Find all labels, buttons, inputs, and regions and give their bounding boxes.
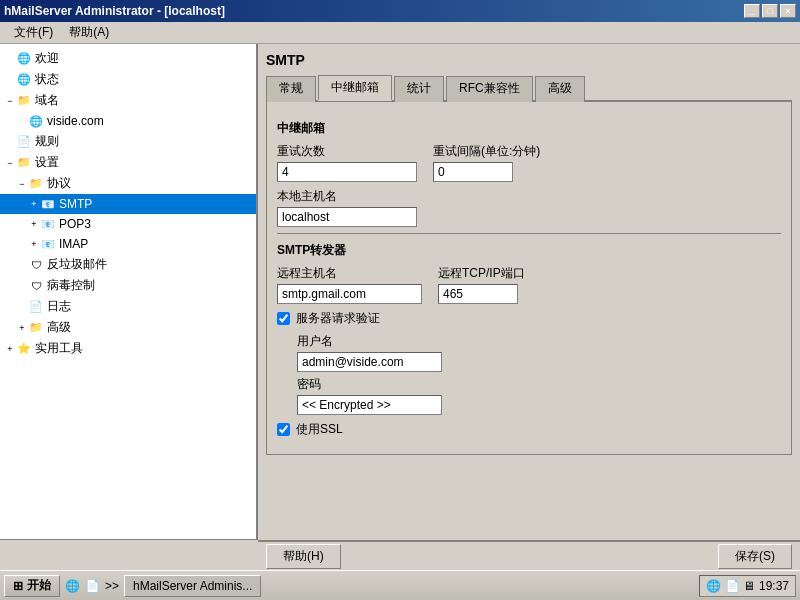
retry-interval-group: 重试间隔(单位:分钟) bbox=[433, 143, 540, 182]
sidebar-item-viside[interactable]: 🌐 viside.com bbox=[0, 111, 256, 131]
sidebar-label-rules: 规则 bbox=[35, 133, 59, 150]
sidebar-item-settings[interactable]: − 📁 设置 bbox=[0, 152, 256, 173]
smtp-icon: 📧 bbox=[40, 196, 56, 212]
auth-sub-form: 用户名 密码 bbox=[277, 333, 781, 415]
sidebar-label-antispam: 反垃圾邮件 bbox=[47, 256, 107, 273]
sidebar-label-domains: 域名 bbox=[35, 92, 59, 109]
rules-icon: 📄 bbox=[16, 134, 32, 150]
retry-count-label: 重试次数 bbox=[277, 143, 417, 160]
utilities-icon: ⭐ bbox=[16, 341, 32, 357]
password-input[interactable] bbox=[297, 395, 442, 415]
menu-file[interactable]: 文件(F) bbox=[6, 22, 61, 43]
sidebar-item-rules[interactable]: 📄 规则 bbox=[0, 131, 256, 152]
ssl-checkbox-row: 使用SSL bbox=[277, 421, 781, 438]
tab-content-relay: 中继邮箱 重试次数 重试间隔(单位:分钟) 本地主机名 SMTP转发器 bbox=[266, 102, 792, 455]
sidebar-item-domains[interactable]: − 📁 域名 bbox=[0, 90, 256, 111]
hostname-input[interactable] bbox=[277, 207, 417, 227]
sidebar-item-status[interactable]: 🌐 状态 bbox=[0, 69, 256, 90]
sidebar-item-pop3[interactable]: + 📧 POP3 bbox=[0, 214, 256, 234]
smtp-relay-section-title: SMTP转发器 bbox=[277, 242, 781, 259]
username-group: 用户名 bbox=[297, 333, 781, 372]
antivirus-icon: 🛡 bbox=[28, 278, 44, 294]
hostname-label: 本地主机名 bbox=[277, 188, 781, 205]
tab-relay[interactable]: 中继邮箱 bbox=[318, 75, 392, 101]
advanced-icon: 📁 bbox=[28, 320, 44, 336]
status-icon: 🌐 bbox=[16, 72, 32, 88]
password-group: 密码 bbox=[297, 376, 781, 415]
pop3-icon: 📧 bbox=[40, 216, 56, 232]
expand-advanced: + bbox=[16, 323, 28, 333]
sidebar-item-utilities[interactable]: + ⭐ 实用工具 bbox=[0, 338, 256, 359]
help-button[interactable]: 帮助(H) bbox=[266, 544, 341, 569]
expand-domains: − bbox=[4, 96, 16, 106]
minimize-button[interactable]: _ bbox=[744, 4, 760, 18]
expand-settings: − bbox=[4, 158, 16, 168]
titlebar: hMailServer Administrator - [localhost] … bbox=[0, 0, 800, 22]
sidebar-label-status: 状态 bbox=[35, 71, 59, 88]
expand-utilities: + bbox=[4, 344, 16, 354]
remote-hostname-input[interactable] bbox=[277, 284, 422, 304]
sidebar-label-advanced: 高级 bbox=[47, 319, 71, 336]
titlebar-buttons: _ □ × bbox=[744, 4, 796, 18]
sidebar-item-log[interactable]: 📄 日志 bbox=[0, 296, 256, 317]
expand-protocol: − bbox=[16, 179, 28, 189]
taskbar-window[interactable]: hMailServer Adminis... bbox=[124, 575, 261, 597]
remote-host-row: 远程主机名 远程TCP/IP端口 bbox=[277, 265, 781, 304]
sidebar-item-imap[interactable]: + 📧 IMAP bbox=[0, 234, 256, 254]
imap-icon: 📧 bbox=[40, 236, 56, 252]
hostname-group: 本地主机名 bbox=[277, 188, 781, 227]
tab-general[interactable]: 常规 bbox=[266, 76, 316, 102]
remote-port-label: 远程TCP/IP端口 bbox=[438, 265, 525, 282]
clock: 🌐 📄 🖥 19:37 bbox=[699, 575, 796, 597]
sidebar-item-advanced[interactable]: + 📁 高级 bbox=[0, 317, 256, 338]
start-button[interactable]: ⊞ 开始 bbox=[4, 575, 60, 597]
expand-antispam bbox=[16, 260, 28, 270]
sidebar-item-smtp[interactable]: + 📧 SMTP bbox=[0, 194, 256, 214]
protocol-icon: 📁 bbox=[28, 176, 44, 192]
close-button[interactable]: × bbox=[780, 4, 796, 18]
welcome-icon: 🌐 bbox=[16, 51, 32, 67]
expand-pop3: + bbox=[28, 219, 40, 229]
save-button[interactable]: 保存(S) bbox=[718, 544, 792, 569]
expand-viside bbox=[16, 116, 28, 126]
taskbar-icon-3[interactable]: >> bbox=[104, 578, 120, 594]
tab-rfc[interactable]: RFC兼容性 bbox=[446, 76, 533, 102]
expand-imap: + bbox=[28, 239, 40, 249]
expand-smtp: + bbox=[28, 199, 40, 209]
ssl-checkbox-label: 使用SSL bbox=[296, 421, 343, 438]
retry-interval-input[interactable] bbox=[433, 162, 513, 182]
sidebar-label-imap: IMAP bbox=[59, 237, 88, 251]
tab-advanced[interactable]: 高级 bbox=[535, 76, 585, 102]
maximize-button[interactable]: □ bbox=[762, 4, 778, 18]
ssl-checkbox[interactable] bbox=[277, 423, 290, 436]
menubar: 文件(F) 帮助(A) bbox=[0, 22, 800, 44]
sidebar-item-antivirus[interactable]: 🛡 病毒控制 bbox=[0, 275, 256, 296]
taskbar-icon-2[interactable]: 📄 bbox=[84, 578, 100, 594]
remote-port-input[interactable] bbox=[438, 284, 518, 304]
retry-count-input[interactable] bbox=[277, 162, 417, 182]
username-input[interactable] bbox=[297, 352, 442, 372]
remote-port-group: 远程TCP/IP端口 bbox=[438, 265, 525, 304]
sidebar-label-viside: viside.com bbox=[47, 114, 104, 128]
sidebar-label-settings: 设置 bbox=[35, 154, 59, 171]
sidebar-item-protocol[interactable]: − 📁 协议 bbox=[0, 173, 256, 194]
auth-checkbox[interactable] bbox=[277, 312, 290, 325]
expand-welcome bbox=[4, 54, 16, 64]
start-icon: ⊞ bbox=[13, 579, 23, 593]
expand-log bbox=[16, 302, 28, 312]
viside-icon: 🌐 bbox=[28, 113, 44, 129]
settings-icon: 📁 bbox=[16, 155, 32, 171]
retry-count-group: 重试次数 bbox=[277, 143, 417, 182]
sidebar-item-welcome[interactable]: 🌐 欢迎 bbox=[0, 48, 256, 69]
sidebar-label-smtp: SMTP bbox=[59, 197, 92, 211]
taskbar-icon-1[interactable]: 🌐 bbox=[64, 578, 80, 594]
auth-checkbox-row: 服务器请求验证 bbox=[277, 310, 781, 327]
titlebar-title: hMailServer Administrator - [localhost] bbox=[4, 4, 225, 18]
sidebar-label-log: 日志 bbox=[47, 298, 71, 315]
sidebar-item-antispam[interactable]: 🛡 反垃圾邮件 bbox=[0, 254, 256, 275]
right-panel: SMTP 常规 中继邮箱 统计 RFC兼容性 高级 中继邮箱 重试次数 重试间隔… bbox=[258, 44, 800, 540]
taskbar-right: 🌐 📄 🖥 19:37 bbox=[699, 575, 796, 597]
retry-row: 重试次数 重试间隔(单位:分钟) bbox=[277, 143, 781, 182]
tab-stats[interactable]: 统计 bbox=[394, 76, 444, 102]
menu-help[interactable]: 帮助(A) bbox=[61, 22, 117, 43]
